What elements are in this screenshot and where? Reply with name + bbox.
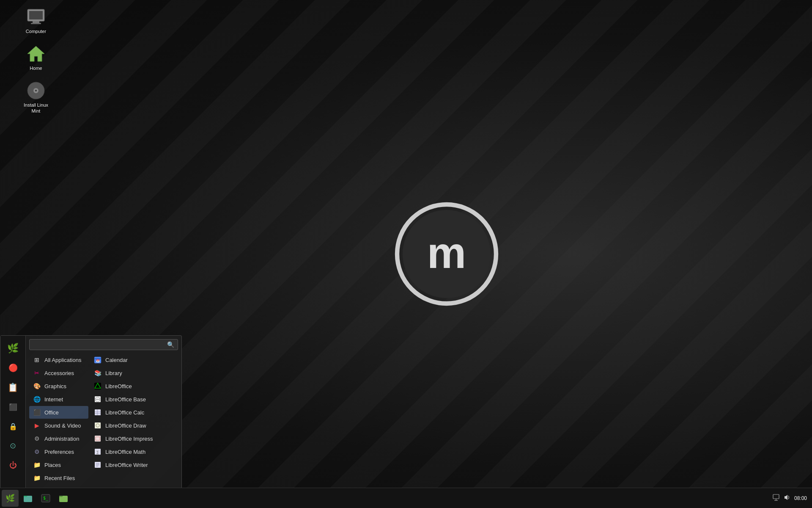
app-menu-sidebar: 🌿 🔴 📋 ⬛ 🔒 ⊙ ⏻	[0, 336, 26, 488]
app-menu: 🌿 🔴 📋 ⬛ 🔒 ⊙ ⏻ 🔍 ⊞ All Applications ✂ Ac	[0, 335, 182, 488]
taskbar-menu-btn[interactable]: 🌿	[2, 490, 19, 507]
category-internet[interactable]: 🌐 Internet	[29, 393, 88, 406]
sound-video-label: Sound & Video	[44, 422, 81, 429]
internet-icon: 🌐	[33, 395, 41, 403]
mint-logo: m	[392, 199, 502, 309]
category-graphics[interactable]: 🎨 Graphics	[29, 380, 88, 392]
category-administration[interactable]: ⚙ Administration	[29, 432, 88, 445]
search-bar[interactable]: 🔍	[29, 339, 178, 350]
recent-files-icon: 📁	[33, 474, 41, 482]
menu-apps-list: 📅 Calendar 📚 Library LibreOffice	[90, 353, 178, 484]
search-icon[interactable]: 🔍	[167, 341, 174, 348]
app-libreoffice-impress[interactable]: LibreOffice Impress	[90, 432, 178, 445]
svg-rect-41	[773, 494, 779, 499]
libreoffice-writer-icon	[93, 461, 102, 469]
install-icon-label: Install Linux Mint	[19, 102, 52, 113]
category-sound-video[interactable]: ▶ Sound & Video	[29, 419, 88, 432]
app-menu-body: ⊞ All Applications ✂ Accessories 🎨 Graph…	[29, 353, 178, 484]
libreoffice-impress-label: LibreOffice Impress	[105, 436, 153, 442]
taskbar-clock: 08:00	[794, 495, 807, 501]
libreoffice-calc-icon	[93, 408, 102, 417]
computer-icon	[26, 7, 46, 27]
taskbar-filemanager-btn[interactable]	[55, 490, 72, 507]
libreoffice-impress-icon	[93, 434, 102, 443]
app-libreoffice-draw[interactable]: LibreOffice Draw	[90, 419, 178, 432]
taskbar-files-btn[interactable]	[19, 490, 36, 507]
category-places[interactable]: 📁 Places	[29, 458, 88, 471]
graphics-label: Graphics	[44, 383, 66, 389]
svg-rect-25	[95, 422, 101, 428]
libreoffice-draw-icon	[93, 421, 102, 430]
libreoffice-base-label: LibreOffice Base	[105, 396, 146, 403]
places-label: Places	[44, 462, 61, 468]
taskbar: 🌿 $_ 08:00	[0, 488, 812, 508]
sidebar-btn-power[interactable]: ⏻	[4, 456, 22, 475]
category-preferences[interactable]: ⚙ Preferences	[29, 445, 88, 458]
category-office[interactable]: ⬛ Office	[29, 406, 88, 419]
svg-marker-44	[785, 495, 787, 500]
accessories-label: Accessories	[44, 370, 74, 376]
svg-rect-4	[29, 11, 43, 19]
calendar-icon: 📅	[93, 356, 102, 364]
graphics-icon: 🎨	[33, 382, 41, 390]
desktop-icons: Computer Home Install Linux Mint	[17, 4, 55, 116]
app-libreoffice-calc[interactable]: LibreOffice Calc	[90, 406, 178, 419]
libreoffice-base-icon	[93, 395, 102, 403]
sidebar-btn-files[interactable]: 📋	[4, 378, 22, 397]
app-libreoffice-base[interactable]: LibreOffice Base	[90, 393, 178, 406]
taskbar-right: 08:00	[767, 494, 812, 502]
desktop-icon-install[interactable]: Install Linux Mint	[17, 78, 55, 116]
libreoffice-writer-label: LibreOffice Writer	[105, 462, 148, 468]
all-apps-icon: ⊞	[33, 356, 41, 364]
libreoffice-icon	[93, 382, 102, 390]
libreoffice-label: LibreOffice	[105, 383, 132, 389]
tray-volume-icon[interactable]	[783, 494, 791, 502]
search-input[interactable]	[33, 342, 167, 348]
library-icon: 📚	[93, 369, 102, 377]
desktop-icon-computer[interactable]: Computer	[17, 4, 55, 37]
accessories-icon: ✂	[33, 369, 41, 377]
desktop-icon-home[interactable]: Home	[17, 41, 55, 74]
svg-rect-6	[31, 23, 41, 24]
libreoffice-math-label: LibreOffice Math	[105, 449, 145, 455]
libreoffice-draw-label: LibreOffice Draw	[105, 422, 146, 429]
taskbar-terminal-btn[interactable]: $_	[37, 490, 54, 507]
svg-text:📅: 📅	[96, 359, 100, 363]
sidebar-btn-apps[interactable]: 🔴	[4, 359, 22, 377]
svg-point-10	[35, 90, 37, 91]
home-icon-label: Home	[30, 66, 42, 71]
category-accessories[interactable]: ✂ Accessories	[29, 367, 88, 379]
sidebar-btn-lock[interactable]: 🔒	[4, 417, 22, 436]
libreoffice-math-icon: ∑	[93, 447, 102, 456]
menu-categories: ⊞ All Applications ✂ Accessories 🎨 Graph…	[29, 353, 88, 484]
office-label: Office	[44, 409, 59, 416]
sidebar-btn-terminal[interactable]: ⬛	[4, 398, 22, 416]
places-icon: 📁	[33, 461, 41, 469]
taskbar-left: 🌿 $_	[0, 490, 74, 507]
tray-network-icon	[772, 494, 780, 502]
computer-icon-label: Computer	[26, 29, 46, 34]
app-library[interactable]: 📚 Library	[90, 367, 178, 379]
libreoffice-calc-label: LibreOffice Calc	[105, 409, 144, 416]
app-libreoffice-writer[interactable]: LibreOffice Writer	[90, 458, 178, 471]
app-libreoffice[interactable]: LibreOffice	[90, 380, 178, 392]
svg-text:$_: $_	[43, 496, 49, 501]
category-recent-files[interactable]: 📁 Recent Files	[29, 472, 88, 484]
recent-files-label: Recent Files	[44, 475, 75, 481]
app-libreoffice-math[interactable]: ∑ LibreOffice Math	[90, 445, 178, 458]
sound-video-icon: ▶	[33, 421, 41, 430]
sidebar-btn-mintmenu[interactable]: 🌿	[4, 339, 22, 358]
app-menu-main: 🔍 ⊞ All Applications ✂ Accessories 🎨 Gra…	[26, 336, 181, 488]
category-all-applications[interactable]: ⊞ All Applications	[29, 353, 88, 366]
svg-rect-21	[95, 409, 101, 415]
library-label: Library	[105, 370, 122, 376]
preferences-label: Preferences	[44, 449, 74, 455]
administration-icon: ⚙	[33, 434, 41, 443]
preferences-icon: ⚙	[33, 447, 41, 456]
svg-rect-5	[33, 21, 39, 23]
administration-label: Administration	[44, 436, 79, 442]
sidebar-btn-search[interactable]: ⊙	[4, 436, 22, 455]
office-icon: ⬛	[33, 408, 41, 417]
all-applications-label: All Applications	[44, 357, 81, 363]
app-calendar[interactable]: 📅 Calendar	[90, 353, 178, 366]
